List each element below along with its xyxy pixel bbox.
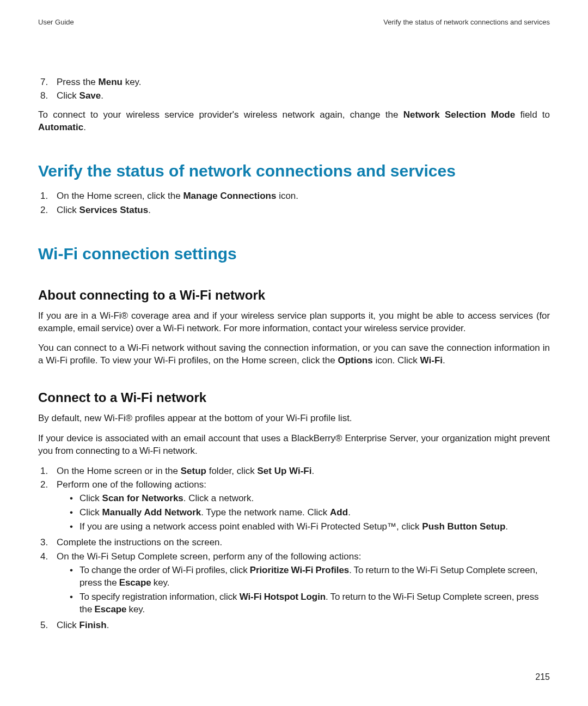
- list-text: Click Services Status.: [57, 204, 550, 217]
- list-item: 1. On the Home screen or in the Setup fo…: [38, 465, 550, 478]
- list-text: On the Home screen, click the Manage Con…: [57, 190, 550, 203]
- verify-list: 1. On the Home screen, click the Manage …: [38, 190, 550, 217]
- bullet-text: If you are using a network access point …: [79, 521, 508, 533]
- list-text: On the Home screen or in the Setup folde…: [57, 465, 550, 478]
- connect-list: 1. On the Home screen or in the Setup fo…: [38, 465, 550, 632]
- list-item: 2. Click Services Status.: [38, 204, 550, 217]
- bullet-text: To specify registration information, cli…: [79, 591, 550, 616]
- list-number: 2.: [38, 204, 57, 217]
- list-text: Click Save.: [57, 90, 550, 102]
- header-right: Verify the status of network connections…: [383, 17, 550, 27]
- bullet-item: Click Manually Add Network. Type the net…: [70, 507, 550, 519]
- list-number: 1.: [38, 190, 57, 203]
- bullet-item: To change the order of Wi-Fi profiles, c…: [70, 564, 550, 589]
- top-list: 7. Press the Menu key. 8. Click Save.: [38, 76, 550, 103]
- page-header: User Guide Verify the status of network …: [38, 17, 550, 27]
- about-paragraph-1: If you are in a Wi-Fi® coverage area and…: [38, 310, 550, 335]
- list-number: 3.: [38, 537, 57, 549]
- list-item: 4. On the Wi-Fi Setup Complete screen, p…: [38, 551, 550, 618]
- bullet-item: Click Scan for Networks. Click a network…: [70, 492, 550, 505]
- list-item: 2. Perform one of the following actions:…: [38, 479, 550, 535]
- list-item: 5. Click Finish.: [38, 619, 550, 632]
- bullet-text: To change the order of Wi-Fi profiles, c…: [79, 564, 550, 589]
- list-item: 8. Click Save.: [38, 90, 550, 102]
- list-item: 1. On the Home screen, click the Manage …: [38, 190, 550, 203]
- subheading-about-wifi: About connecting to a Wi-Fi network: [38, 287, 550, 304]
- list-number: 1.: [38, 465, 57, 478]
- bullet-item: To specify registration information, cli…: [70, 591, 550, 616]
- list-item: 7. Press the Menu key.: [38, 76, 550, 89]
- list-number: 5.: [38, 619, 57, 632]
- connect-paragraph-2: If your device is associated with an ema…: [38, 433, 550, 458]
- list-number: 4.: [38, 551, 57, 618]
- bullet-text: Click Scan for Networks. Click a network…: [79, 492, 254, 505]
- bullet-item: If you are using a network access point …: [70, 521, 550, 533]
- list-text: Press the Menu key.: [57, 76, 550, 89]
- page: User Guide Verify the status of network …: [0, 0, 588, 706]
- about-paragraph-2: You can connect to a Wi-Fi network witho…: [38, 342, 550, 367]
- list-text: Perform one of the following actions: Cl…: [57, 479, 550, 535]
- list-text: Click Finish.: [57, 619, 550, 632]
- list-item: 3. Complete the instructions on the scre…: [38, 537, 550, 549]
- list-text: Complete the instructions on the screen.: [57, 537, 550, 549]
- list-number: 2.: [38, 479, 57, 535]
- top-note: To connect to your wireless service prov…: [38, 109, 550, 134]
- bullet-list: To change the order of Wi-Fi profiles, c…: [70, 564, 550, 616]
- bullet-text: Click Manually Add Network. Type the net…: [79, 507, 351, 519]
- bullet-list: Click Scan for Networks. Click a network…: [70, 492, 550, 533]
- list-number: 7.: [38, 76, 57, 89]
- subheading-connect-wifi: Connect to a Wi-Fi network: [38, 389, 550, 406]
- connect-paragraph-1: By default, new Wi-Fi® profiles appear a…: [38, 412, 550, 425]
- header-left: User Guide: [38, 17, 74, 27]
- heading-wifi-settings: Wi-Fi connection settings: [38, 243, 550, 265]
- heading-verify-status: Verify the status of network connections…: [38, 160, 550, 182]
- list-text: On the Wi-Fi Setup Complete screen, perf…: [57, 551, 550, 618]
- page-number: 215: [535, 671, 550, 683]
- list-number: 8.: [38, 90, 57, 102]
